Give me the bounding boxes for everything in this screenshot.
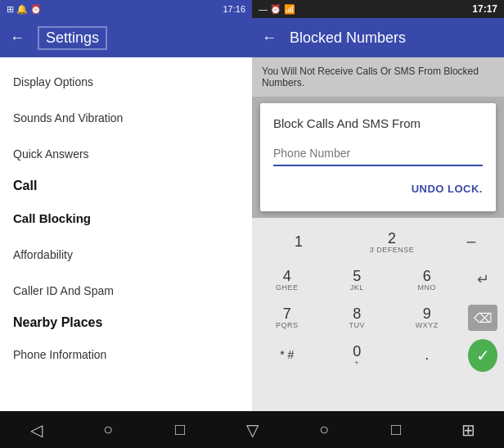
settings-item-display[interactable]: Display Options [0,64,252,100]
block-dialog: Block Calls And SMS From UNDO LOCK. [260,103,496,211]
key-1[interactable]: 1 [270,226,327,259]
key-4[interactable]: 4 Ghee [259,264,316,296]
settings-item-affordability[interactable]: Affordability [0,237,252,273]
key-8[interactable]: 8 TUV [328,301,385,334]
settings-item-quick-answers[interactable]: Quick Answers [0,136,252,172]
settings-item-call: Call [0,172,252,200]
keypad-row-2: 4 Ghee 5 JKL 6 MNO ↵ [252,262,504,298]
key-9[interactable]: 9 WXYZ [398,301,456,334]
nav-recents-icon[interactable]: □ [160,420,200,439]
keypad: 1 2 3 DEFENSE − 4 Ghee 5 J [252,218,504,411]
settings-item-call-blocking[interactable]: Call Blocking [0,200,252,237]
nav-apps-icon[interactable]: ⊞ [448,420,488,440]
phone-number-input[interactable] [273,143,483,166]
right-status-icons: — ⏰ 📶 [259,4,295,15]
settings-back-icon[interactable]: ← [10,29,25,47]
settings-title: Settings [38,26,107,50]
key-return[interactable]: ↵ [468,265,497,295]
backspace-icon: ⌫ [468,305,497,331]
settings-item-caller-id[interactable]: Caller ID And Spam [0,273,252,309]
dialog-title: Block Calls And SMS From [273,116,483,130]
key-0[interactable]: 0 + [328,339,385,372]
key-6[interactable]: 6 MNO [398,264,456,296]
blocked-back-icon[interactable]: ← [262,29,277,47]
keypad-row-1: 1 2 3 DEFENSE − [252,224,504,260]
key-dot[interactable]: . [398,339,456,372]
settings-header: ← Settings [0,18,252,57]
blocked-numbers-title: Blocked Numbers [290,29,406,47]
blocked-info-text: You Will Not Receive Calls Or SMS From B… [252,57,504,97]
nav-back-icon[interactable]: ◁ [16,420,56,440]
settings-item-phone-info[interactable]: Phone Information [0,337,252,373]
settings-item-nearby: Nearby Places [0,309,252,337]
left-status-bar: ⊞ 🔔 ⏰ 17:16 [0,0,252,18]
left-status-time: 17:16 [223,4,245,14]
blocked-numbers-header: ← Blocked Numbers [252,18,504,57]
keypad-row-3: 7 PQRS 8 TUV 9 WXYZ ⌫ [252,300,504,336]
key-confirm[interactable]: ✓ [468,341,497,370]
right-status-bar: — ⏰ 📶 17:17 [252,0,504,18]
dialog-actions: UNDO LOCK. [273,179,483,198]
confirm-icon: ✓ [468,339,497,372]
key-7[interactable]: 7 PQRS [259,301,316,334]
nav-bar: ◁ ○ □ ▽ ○ □ ⊞ [0,411,504,448]
settings-item-sounds[interactable]: Sounds And Vibration [0,100,252,136]
key-5[interactable]: 5 JKL [328,264,385,296]
key-backspace[interactable]: ⌫ [468,303,497,333]
key-star-hash[interactable]: * # [259,339,316,372]
settings-panel: ← Settings Display Options Sounds And Vi… [0,18,252,411]
left-status-icons: ⊞ 🔔 ⏰ [7,4,42,15]
settings-list: Display Options Sounds And Vibration Qui… [0,57,252,379]
blocked-numbers-panel: ← Blocked Numbers You Will Not Receive C… [252,18,504,411]
keypad-row-4: * # 0 + . ✓ [252,337,504,373]
key-minus[interactable]: − [457,228,486,257]
nav-home-icon[interactable]: ○ [88,420,128,439]
nav-home2-icon[interactable]: ○ [304,420,344,439]
key-2[interactable]: 2 3 DEFENSE [363,226,421,259]
nav-recents2-icon[interactable]: □ [376,420,416,439]
right-status-time: 17:17 [472,3,497,15]
nav-back2-icon[interactable]: ▽ [232,420,272,440]
undo-lock-button[interactable]: UNDO LOCK. [412,179,483,198]
